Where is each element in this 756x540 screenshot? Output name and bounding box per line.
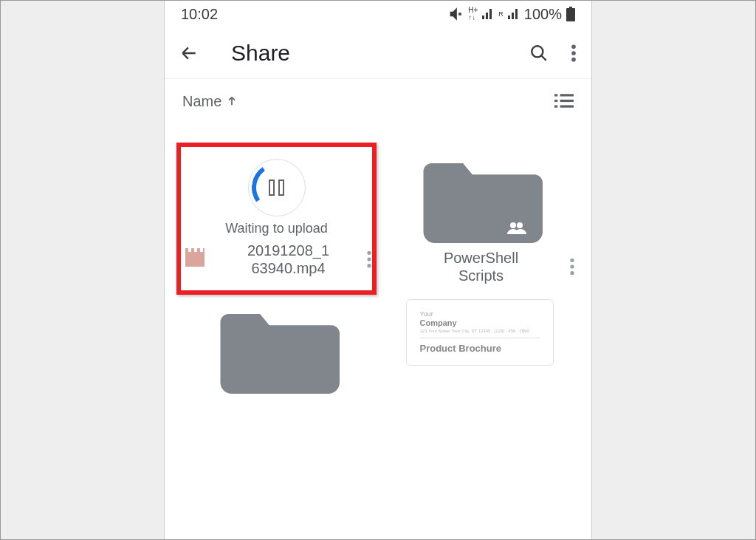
folder-name: PowerShellScripts: [393, 249, 569, 284]
folder-icon: [417, 153, 543, 249]
more-icon[interactable]: [571, 44, 577, 63]
svg-point-3: [571, 44, 576, 49]
network-badge: H+↑↓: [468, 7, 478, 21]
svg-point-16: [517, 222, 523, 228]
svg-point-5: [571, 57, 576, 61]
upload-status-text: Waiting to upload: [225, 221, 327, 236]
svg-rect-6: [554, 94, 557, 96]
status-right: H+↑↓ R 100%: [449, 6, 575, 23]
item-more-icon[interactable]: [366, 250, 372, 269]
doc-line2: Company: [420, 318, 540, 327]
folder-label-row: PowerShellScripts: [385, 249, 574, 284]
shared-badge-icon: [507, 221, 526, 234]
folder-thumb: [214, 304, 340, 370]
file-item-uploading[interactable]: Waiting to upload 20191208_163940.mp4: [176, 143, 377, 295]
svg-point-19: [570, 271, 574, 275]
back-button[interactable]: [179, 44, 209, 63]
svg-point-18: [570, 264, 574, 268]
signal-icon-1: [482, 9, 494, 19]
search-icon[interactable]: [529, 44, 549, 63]
folder-thumb: [417, 153, 543, 249]
svg-rect-10: [554, 105, 557, 107]
phone-frame: 10:02 H+↑↓ R 100% Share Name: [164, 1, 592, 540]
battery-icon: [566, 7, 575, 21]
folder-icon: [214, 304, 340, 400]
svg-point-2: [532, 46, 543, 57]
file-name: 20191208_163940.mp4: [210, 242, 366, 277]
doc-line3: Product Brochure: [420, 343, 540, 354]
svg-point-15: [510, 222, 516, 228]
svg-rect-8: [554, 100, 557, 102]
svg-rect-7: [560, 94, 574, 96]
video-file-icon: [185, 252, 205, 267]
svg-point-14: [367, 264, 371, 267]
roaming-badge: R: [498, 10, 504, 18]
document-thumb: Your Company 123 Your Street Your City, …: [406, 299, 554, 366]
upload-thumb: Waiting to upload: [214, 153, 340, 242]
item-more-icon[interactable]: [569, 257, 575, 276]
doc-line1: Your: [420, 310, 540, 318]
signal-icon-2: [508, 9, 520, 19]
sort-bar: Name: [165, 79, 591, 123]
status-bar: 10:02 H+↑↓ R 100%: [165, 1, 591, 27]
mute-icon: [449, 7, 464, 21]
document-item-partial[interactable]: Your Company 123 Your Street Your City, …: [385, 299, 574, 370]
svg-rect-0: [566, 8, 575, 21]
page-title: Share: [231, 41, 529, 66]
arrow-back-icon: [179, 44, 199, 63]
appbar-actions: [529, 44, 577, 63]
svg-point-12: [367, 251, 371, 255]
status-time: 10:02: [181, 6, 218, 23]
svg-rect-11: [560, 105, 574, 107]
folder-item-partial[interactable]: [182, 304, 371, 370]
svg-point-17: [570, 259, 574, 262]
svg-rect-9: [560, 100, 574, 102]
view-list-icon[interactable]: [554, 93, 574, 109]
svg-rect-1: [569, 7, 572, 8]
file-label-row: 20191208_163940.mp4: [182, 242, 371, 277]
file-grid: Waiting to upload 20191208_163940.mp4 Po…: [165, 123, 591, 370]
battery-pct: 100%: [524, 6, 562, 23]
arrow-up-icon: [226, 95, 238, 107]
sort-label: Name: [182, 93, 221, 110]
svg-point-4: [571, 51, 576, 55]
upload-spinner[interactable]: [248, 159, 306, 216]
sort-button[interactable]: Name: [182, 93, 238, 110]
app-bar: Share: [165, 27, 591, 79]
svg-point-13: [367, 257, 371, 261]
folder-item-powershell[interactable]: PowerShellScripts: [385, 153, 574, 284]
